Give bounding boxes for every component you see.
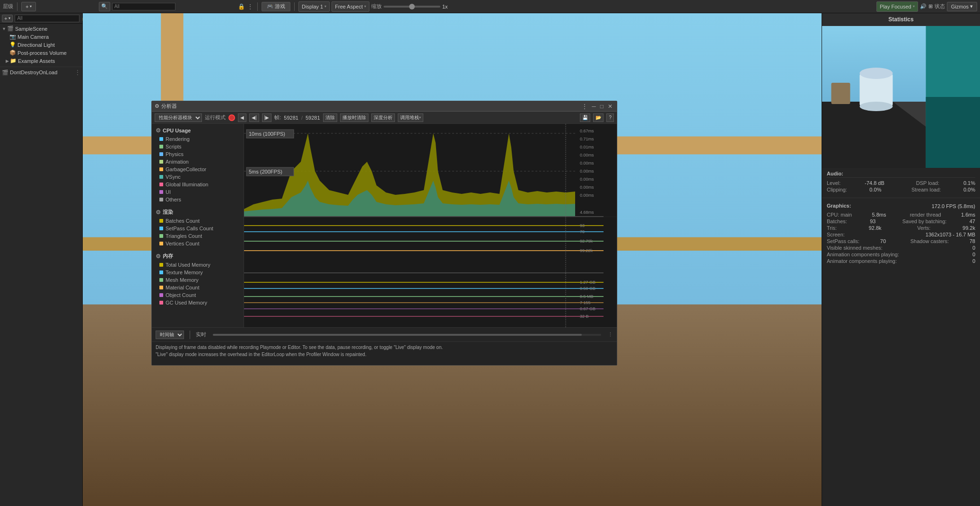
vsync-label: VSync <box>166 174 181 180</box>
tris-row: Tris: 92.8k Verts: 99.2k <box>827 225 975 231</box>
cpu-item-rendering[interactable]: Rendering <box>152 135 244 143</box>
gi-label: Global Illumination <box>166 182 209 187</box>
audio-level-label: Level: <box>827 180 840 186</box>
render-item-triangles[interactable]: Triangles Count <box>152 232 244 240</box>
cpu-section-header: ⚙ CPU Usage <box>152 126 244 135</box>
hierarchy-filter-input[interactable] <box>15 15 79 22</box>
top-bar-left: 层级 + ▾ 🔍 🔒 ⋮ <box>3 2 254 11</box>
memory-item-gcused[interactable]: GC Used Memory <box>152 299 244 306</box>
more-btn[interactable]: ⋮ <box>608 332 613 338</box>
hierarchy-item-postprocess[interactable]: 📦 Post-process Volume <box>0 49 82 57</box>
svg-rect-72 <box>831 83 850 104</box>
memory-item-mesh[interactable]: Mesh Memory <box>152 276 244 284</box>
game-tab-label: 游戏 <box>275 3 285 10</box>
gcused-color-dot <box>159 301 163 305</box>
gcused-label: GC Used Memory <box>166 300 207 305</box>
prev-frame-btn[interactable]: ◀ <box>238 113 246 122</box>
memory-item-material[interactable]: Material Count <box>152 284 244 291</box>
cpu-item-scripts[interactable]: Scripts <box>152 143 244 150</box>
svg-text:0.01ms: 0.01ms <box>580 145 594 149</box>
animator-row: Animator components playing: 0 <box>827 258 975 264</box>
scale-slider[interactable] <box>384 6 440 8</box>
aspect-dropdown[interactable]: Free Aspect ▾ <box>332 1 369 12</box>
render-item-setpass[interactable]: SetPass Calls Count <box>152 225 244 232</box>
help-button[interactable]: ? <box>606 113 614 122</box>
cpu-item-gi[interactable]: Global Illumination <box>152 181 244 188</box>
hierarchy-add-button[interactable]: + ▾ <box>2 15 13 22</box>
frame-current: 59281 <box>284 115 298 121</box>
game-tab[interactable]: 🎮 游戏 <box>262 2 290 11</box>
svg-text:0.50 GB: 0.50 GB <box>580 286 595 291</box>
step-fwd-btn[interactable]: |▶ <box>262 113 272 122</box>
hierarchy-item-samplescene[interactable]: ▼ 🎬 SampleScene <box>0 25 82 33</box>
grid-icon[interactable]: ⊞ <box>928 3 933 9</box>
hierarchy-search-input[interactable] <box>112 3 175 10</box>
more-icon[interactable]: ⋮ <box>580 103 589 110</box>
realtime-label: 实时 <box>196 331 206 338</box>
maximize-icon[interactable]: □ <box>599 103 605 110</box>
batches-color-dot <box>159 219 163 223</box>
verts-label: Verts: <box>917 225 930 231</box>
close-icon[interactable]: ✕ <box>606 103 614 110</box>
memory-item-total[interactable]: Total Used Memory <box>152 261 244 269</box>
stream-load-label: Stream load: <box>911 187 941 192</box>
scripts-color-dot <box>159 145 163 148</box>
clipping-label: Clipping: <box>827 187 847 192</box>
vertices-color-dot <box>159 242 163 245</box>
cpu-item-others[interactable]: Others <box>152 196 244 203</box>
cpu-item-ui[interactable]: UI <box>152 188 244 196</box>
render-section: ⚙ 渲染 Batches Count SetPass Calls Count <box>152 205 244 249</box>
clear-button[interactable]: 清除 <box>323 113 337 122</box>
play-focused-btn[interactable]: Play Focused ▾ <box>876 1 918 12</box>
camera-name: Main Camera <box>18 34 49 40</box>
hierarchy-item-dirlight[interactable]: 💡 Directional Light <box>0 41 82 49</box>
deep-profile-button[interactable]: 深度分析 <box>371 113 395 122</box>
svg-text:99.22k: 99.22k <box>580 248 593 253</box>
add-button[interactable]: + ▾ <box>21 2 36 11</box>
minimize-icon[interactable]: ─ <box>590 103 597 110</box>
assets-name: Example Assets <box>18 58 55 64</box>
svg-text:0.67ms: 0.67ms <box>580 129 594 133</box>
hierarchy-item-dontdestroy[interactable]: 🎬 DontDestroyOnLoad ⋮ <box>0 67 82 77</box>
frame-label: 帧: <box>274 114 281 121</box>
hierarchy-toolbar: + ▾ 🔒 ⋮ <box>0 13 82 24</box>
gizmos-label: Gizmos <box>951 4 969 9</box>
profiler-module-select[interactable]: 性能分析器模块 <box>155 113 202 122</box>
record-button[interactable] <box>228 114 235 121</box>
render-item-vertices[interactable]: Vertices Count <box>152 240 244 247</box>
lock-icon: 🔒 <box>238 3 245 10</box>
cpu-item-gc[interactable]: GarbageCollector <box>152 166 244 173</box>
memory-item-texture[interactable]: Texture Memory <box>152 269 244 276</box>
render-item-batches[interactable]: Batches Count <box>152 217 244 225</box>
timeline-select[interactable]: 时间轴 <box>156 331 184 339</box>
display-dropdown[interactable]: Display 1 ▾ <box>298 1 330 12</box>
call-stack-button[interactable]: 调用堆栈 ▾ <box>398 113 423 122</box>
svg-text:7 155: 7 155 <box>580 300 591 305</box>
assets-icon: 📁 <box>10 58 17 64</box>
vertices-label: Vertices Count <box>166 241 200 246</box>
cpu-item-animation[interactable]: Animation <box>152 158 244 166</box>
search-toggle[interactable]: 🔍 <box>99 2 110 11</box>
cpu-item-vsync[interactable]: VSync <box>152 173 244 181</box>
graphics-stats-section: Graphics: 172.0 FPS (5.8ms) CPU: main 5.… <box>822 200 980 267</box>
load-button[interactable]: 📂 <box>593 113 604 122</box>
save-button[interactable]: 💾 <box>580 113 590 122</box>
hierarchy-item-maincamera[interactable]: 📷 Main Camera <box>0 33 82 41</box>
others-label: Others <box>166 197 181 202</box>
cpu-item-physics[interactable]: Physics <box>152 150 244 158</box>
mode-label: 运行模式 <box>205 114 226 121</box>
step-back-btn[interactable]: ◀| <box>249 113 259 122</box>
svg-text:0.00ms: 0.00ms <box>580 169 594 174</box>
profiler-title-buttons: ⋮ ─ □ ✕ <box>580 103 614 110</box>
gizmos-button[interactable]: Gizmos ▾ <box>947 2 977 11</box>
memory-item-object[interactable]: Object Count <box>152 291 244 299</box>
render-section-header: ⚙ 渲染 <box>152 207 244 217</box>
saved-batching-label: Saved by batching: <box>902 218 947 224</box>
hierarchy-item-exampleassets[interactable]: ▶ 📁 Example Assets <box>0 57 82 65</box>
svg-text:0.67 GB: 0.67 GB <box>580 306 595 311</box>
physics-label: Physics <box>166 151 184 157</box>
sound-icon[interactable]: 🔊 <box>920 3 927 9</box>
callstack-arrow-icon: ▾ <box>419 115 421 120</box>
clear-play-button[interactable]: 播放时清除 <box>340 113 368 122</box>
profiler-message-line2: "Live" display mode increases the overhe… <box>156 351 613 358</box>
